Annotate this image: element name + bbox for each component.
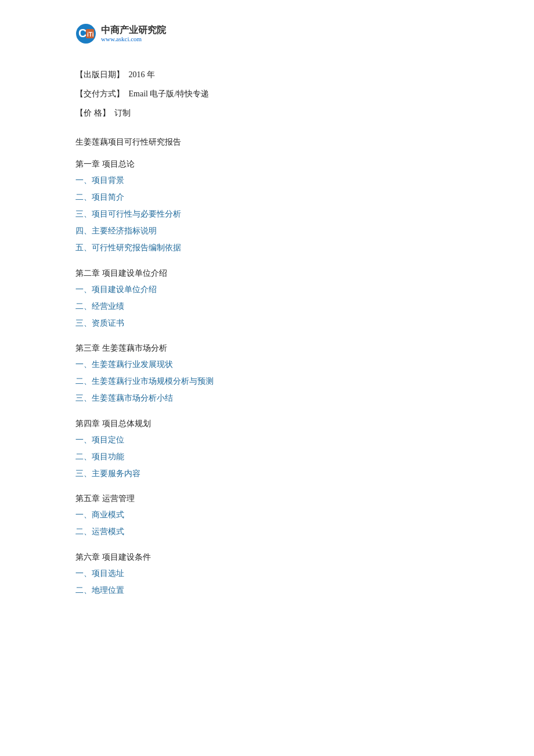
meta-publish-date-value: 2016 年 [129,70,156,79]
chapter-3-section-2: 二、生姜莲藕行业市场规模分析与预测 [75,374,459,388]
chapter-5-title: 第五章 运营管理 [75,494,459,504]
chapter-4-section-3: 三、主要服务内容 [75,466,459,481]
meta-publish-date-label: 【出版日期】 [75,70,124,79]
chapter-6-title: 第六章 项目建设条件 [75,552,459,563]
chapter-4: 第四章 项目总体规划一、项目定位二、项目功能三、主要服务内容 [75,419,459,481]
chapter-1-title: 第一章 项目总论 [75,159,459,170]
chapter-4-title: 第四章 项目总体规划 [75,419,459,429]
chapter-2: 第二章 项目建设单位介绍一、项目建设单位介绍二、经营业绩三、资质证书 [75,268,459,331]
chapters-container: 第一章 项目总论一、项目背景二、项目简介三、项目可行性与必要性分析四、主要经济指… [75,159,459,597]
meta-section: 【出版日期】 2016 年 【交付方式】 Email 电子版/特快专递 【价 格… [75,67,459,121]
chapter-1-section-1: 一、项目背景 [75,173,459,188]
chapter-5-section-2: 二、运营模式 [75,524,459,539]
svg-text:C: C [78,27,86,39]
logo-title: 中商产业研究院 [101,24,166,35]
chapter-1: 第一章 项目总论一、项目背景二、项目简介三、项目可行性与必要性分析四、主要经济指… [75,159,459,255]
chapter-1-section-5: 五、可行性研究报告编制依据 [75,240,459,255]
meta-publish-date: 【出版日期】 2016 年 [75,67,459,82]
meta-delivery: 【交付方式】 Email 电子版/特快专递 [75,87,459,101]
chapter-4-section-2: 二、项目功能 [75,449,459,464]
logo-container: C iTi 中商产业研究院 www.askci.com [75,23,166,44]
logo-subtitle: www.askci.com [101,35,166,43]
chapter-5: 第五章 运营管理一、商业模式二、运营模式 [75,494,459,539]
chapter-3-section-1: 一、生姜莲藕行业发展现状 [75,357,459,372]
svg-text:iTi: iTi [87,31,94,38]
chapter-3-title: 第三章 生姜莲藕市场分析 [75,343,459,354]
chapter-6-section-2: 二、地理位置 [75,583,459,597]
chapter-1-section-3: 三、项目可行性与必要性分析 [75,207,459,221]
chapter-5-section-1: 一、商业模式 [75,507,459,522]
page-container: C iTi 中商产业研究院 www.askci.com 【出版日期】 2016 … [0,0,534,645]
chapter-1-section-2: 二、项目简介 [75,190,459,204]
logo-text-block: 中商产业研究院 www.askci.com [101,24,166,43]
header: C iTi 中商产业研究院 www.askci.com [75,23,459,44]
chapter-6-section-1: 一、项目选址 [75,566,459,581]
chapter-2-section-2: 二、经营业绩 [75,299,459,314]
logo-icon: C iTi [75,23,96,44]
chapter-4-section-1: 一、项目定位 [75,433,459,447]
meta-price-value: 订制 [114,109,131,117]
chapter-2-section-3: 三、资质证书 [75,316,459,330]
chapter-3-section-3: 三、生姜莲藕市场分析小结 [75,391,459,405]
chapter-2-title: 第二章 项目建设单位介绍 [75,268,459,279]
chapter-1-section-4: 四、主要经济指标说明 [75,224,459,238]
meta-price: 【价 格】 订制 [75,106,459,120]
meta-delivery-label: 【交付方式】 [75,89,124,98]
meta-delivery-value: Email 电子版/特快专递 [129,89,210,98]
chapter-3: 第三章 生姜莲藕市场分析一、生姜莲藕行业发展现状二、生姜莲藕行业市场规模分析与预… [75,343,459,406]
chapter-6: 第六章 项目建设条件一、项目选址二、地理位置 [75,552,459,597]
chapter-2-section-1: 一、项目建设单位介绍 [75,282,459,297]
meta-price-label: 【价 格】 [75,109,110,117]
report-title: 生姜莲藕项目可行性研究报告 [75,137,459,147]
